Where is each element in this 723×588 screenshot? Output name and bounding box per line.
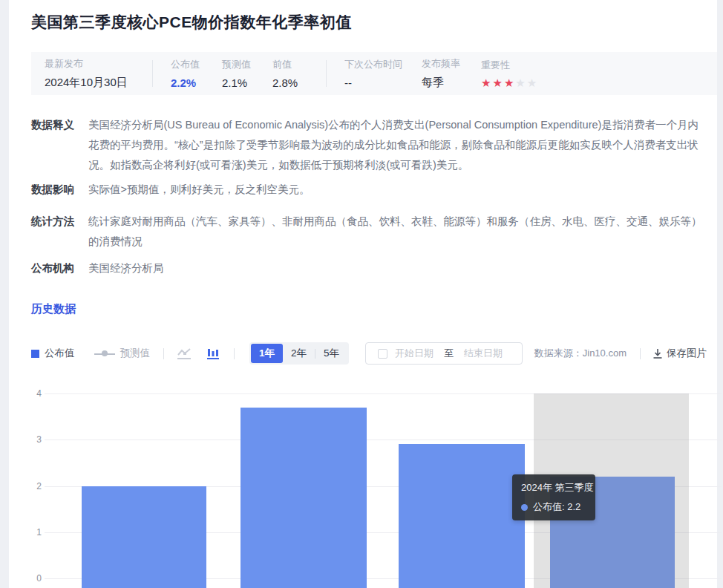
y-axis-tick-label: 2 — [9, 481, 42, 491]
legend-published[interactable]: 公布值 — [31, 347, 75, 360]
date-range-picker[interactable]: 开始日期 至 结束日期 — [365, 342, 523, 365]
legend-published-label: 公布值 — [45, 347, 75, 360]
y-axis-tick-label: 3 — [9, 434, 42, 445]
legend-forecast-label: 预测值 — [120, 347, 151, 360]
download-icon — [652, 348, 663, 359]
history-bar-chart: 43210 2024年 第三季度 公布值: 2.2 — [9, 371, 723, 588]
frequency-group: 发布频率 每季 — [422, 57, 481, 90]
save-image-label: 保存图片 — [667, 347, 707, 360]
divider — [640, 348, 641, 359]
star-icon: ★ — [527, 76, 538, 89]
bar-q3[interactable] — [399, 444, 525, 588]
published-label: 公布值 — [171, 58, 222, 71]
y-axis-tick-label: 1 — [9, 527, 42, 538]
agency-row: 公布机构 美国经济分析局 — [31, 258, 708, 278]
forecast-series-line-icon — [94, 350, 115, 358]
summary-bar: 最新发布 2024年10月30日 公布值 2.2% 预测值 2.1% 前值 2.… — [31, 52, 717, 95]
range-button-1y[interactable]: 1年 — [251, 344, 283, 363]
bar-q1[interactable] — [82, 486, 206, 588]
definition-label: 数据释义 — [31, 115, 79, 175]
range-button-2y[interactable]: 2年 — [283, 344, 315, 363]
method-label: 统计方法 — [31, 212, 79, 252]
frequency-label: 发布频率 — [422, 57, 481, 71]
definition-row: 数据释义 美国经济分析局(US Bureau of Economic Analy… — [31, 115, 708, 175]
range-button-5y[interactable]: 5年 — [315, 344, 347, 363]
definition-text: 美国经济分析局(US Bureau of Economic Analysis)公… — [88, 115, 708, 175]
divider — [326, 60, 327, 87]
importance-label: 重要性 — [481, 59, 538, 72]
published-value: 2.2% — [171, 76, 222, 89]
next-release-value: -- — [344, 76, 422, 89]
star-icon: ★ — [504, 76, 515, 89]
divider — [163, 348, 164, 359]
next-release-label: 下次公布时间 — [344, 58, 422, 71]
agency-text: 美国经济分析局 — [88, 258, 708, 278]
calendar-icon — [378, 349, 387, 359]
page-title: 美国第三季度核心PCE物价指数年化季率初值 — [31, 12, 352, 33]
series-dot-icon — [521, 504, 528, 511]
data-source-text: 数据来源：Jin10.com — [534, 347, 627, 360]
frequency-value: 每季 — [422, 76, 481, 90]
content-card: 美国第三季度核心PCE物价指数年化季率初值 最新发布 2024年10月30日 公… — [9, 0, 717, 588]
latest-release-group: 最新发布 2024年10月30日 — [45, 57, 152, 90]
forecast-value: 2.1% — [222, 76, 272, 89]
range-button-group: 1年 2年 5年 — [249, 342, 349, 365]
method-text: 统计家庭对耐用商品（汽车、家具等）、非耐用商品（食品、饮料、衣鞋、能源等）和服务… — [88, 212, 708, 252]
agency-label: 公布机构 — [31, 258, 79, 278]
date-range-separator: 至 — [444, 347, 454, 360]
tooltip-value: 公布值: 2.2 — [533, 500, 580, 514]
star-icon: ★ — [515, 76, 526, 89]
latest-release-value: 2024年10月30日 — [45, 76, 152, 90]
published-group: 公布值 2.2% — [171, 58, 222, 89]
bar-q2[interactable] — [241, 408, 367, 588]
importance-group: 重要性 ★★★★★ — [481, 59, 538, 88]
previous-value: 2.8% — [272, 76, 326, 89]
impact-label: 数据影响 — [31, 180, 79, 200]
impact-text: 实际值>预期值，则利好美元，反之利空美元。 — [88, 180, 708, 200]
start-date-input[interactable]: 开始日期 — [395, 347, 434, 360]
save-image-button[interactable]: 保存图片 — [652, 347, 707, 360]
divider — [234, 348, 235, 359]
divider — [152, 60, 153, 87]
chart-controls: 公布值 预测值 1年 2年 5年 — [31, 342, 707, 365]
end-date-input[interactable]: 结束日期 — [464, 347, 503, 360]
tooltip-title: 2024年 第三季度 — [521, 481, 586, 494]
line-chart-icon[interactable] — [176, 347, 192, 360]
star-icon: ★ — [492, 76, 503, 89]
forecast-group: 预测值 2.1% — [222, 58, 272, 89]
y-axis-tick-label: 4 — [9, 388, 42, 399]
method-row: 统计方法 统计家庭对耐用商品（汽车、家具等）、非耐用商品（食品、饮料、衣鞋、能源… — [31, 212, 708, 252]
forecast-label: 预测值 — [222, 58, 272, 71]
next-release-group: 下次公布时间 -- — [344, 58, 422, 89]
previous-label: 前值 — [272, 58, 326, 71]
history-data-heading: 历史数据 — [31, 302, 76, 316]
previous-group: 前值 2.8% — [272, 58, 326, 89]
legend-forecast[interactable]: 预测值 — [94, 347, 151, 360]
bar-chart-icon[interactable] — [206, 347, 220, 360]
latest-release-label: 最新发布 — [45, 57, 152, 71]
importance-stars: ★★★★★ — [481, 77, 538, 88]
star-icon: ★ — [481, 76, 492, 89]
chart-tooltip: 2024年 第三季度 公布值: 2.2 — [512, 474, 595, 520]
y-axis-tick-label: 0 — [9, 573, 42, 584]
published-series-swatch-icon — [31, 350, 39, 358]
impact-row: 数据影响 实际值>预期值，则利好美元，反之利空美元。 — [31, 180, 708, 200]
